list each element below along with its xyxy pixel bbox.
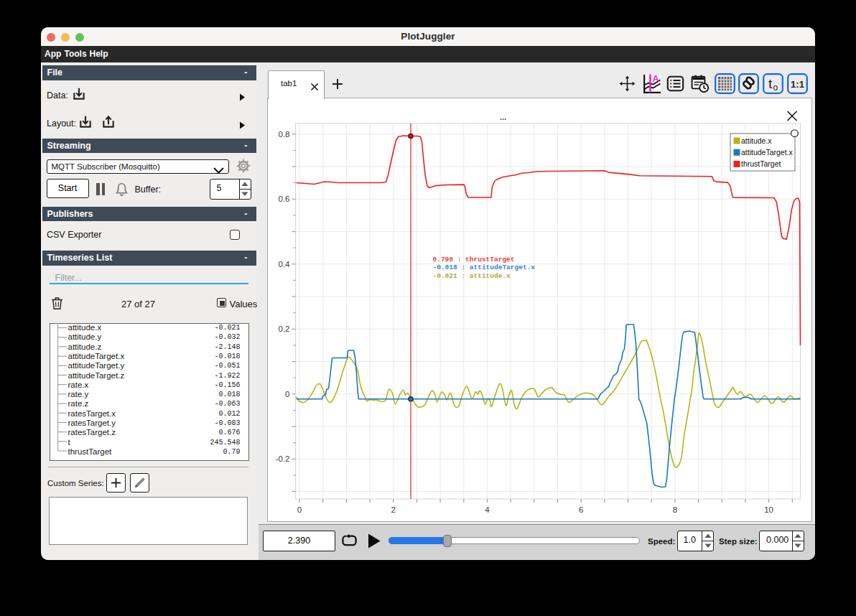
svg-text:0.8: 0.8 <box>278 130 289 139</box>
svg-text:0.6: 0.6 <box>278 195 289 203</box>
svg-text:-0.021 : attitude.x: -0.021 : attitude.x <box>432 272 511 280</box>
svg-text:...: ... <box>499 113 506 121</box>
svg-text:8: 8 <box>672 505 676 514</box>
svg-text:0: 0 <box>285 390 289 398</box>
svg-text:0.2: 0.2 <box>278 325 289 333</box>
svg-text:0.4: 0.4 <box>278 260 290 269</box>
svg-text:-0.2: -0.2 <box>275 454 289 463</box>
svg-text:t: t <box>768 75 773 90</box>
svg-text:attitudeTarget.x: attitudeTarget.x <box>741 148 794 157</box>
svg-text:10: 10 <box>764 505 773 514</box>
svg-text:o: o <box>773 82 778 92</box>
svg-text:0: 0 <box>297 505 301 514</box>
svg-text:1:1: 1:1 <box>791 78 804 89</box>
svg-text:-0.018 : attitudeTarget.x: -0.018 : attitudeTarget.x <box>432 263 535 271</box>
svg-text:2: 2 <box>391 505 395 514</box>
svg-text:0.790 : thrustTarget: 0.790 : thrustTarget <box>432 256 514 263</box>
svg-text:attitude.x: attitude.x <box>741 136 772 145</box>
svg-text:A: A <box>653 74 659 84</box>
svg-text:thrustTarget: thrustTarget <box>741 159 781 168</box>
svg-text:4: 4 <box>485 505 490 514</box>
svg-text:6: 6 <box>578 505 582 514</box>
